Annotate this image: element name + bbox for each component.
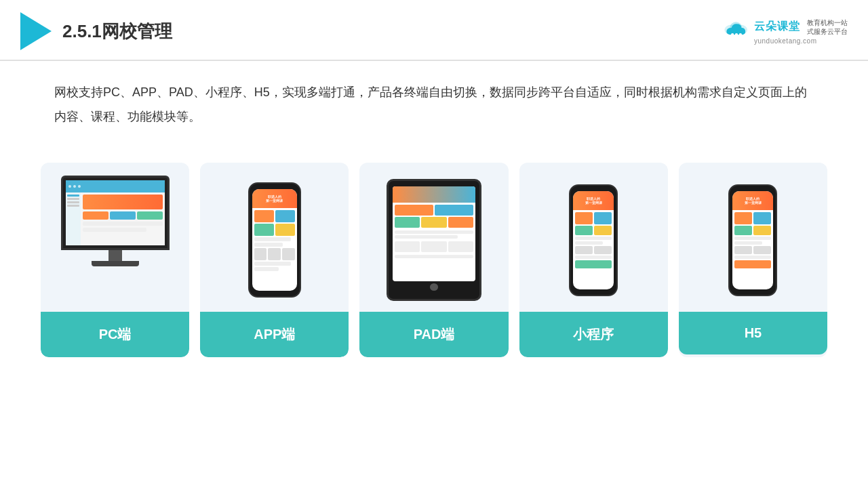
header-right: 云朵课堂 教育机构一站 式服务云平台 yunduoketang.com: [722, 18, 848, 45]
card-app-image: 职选人的第一堂网课: [200, 163, 349, 312]
card-h5-image: 职选人的第一堂网课: [679, 163, 827, 312]
mini-phone-screen-h5: 职选人的第一堂网课: [732, 191, 773, 289]
mini-phone-screen-mp: 职选人的第一堂网课: [573, 191, 614, 289]
card-miniprogram-image: 职选人的第一堂网课: [519, 163, 668, 312]
tablet-mockup: [387, 179, 481, 301]
svg-point-4: [735, 33, 738, 36]
description-text: 网校支持PC、APP、PAD、小程序、H5，实现多端打通，产品各终端自由切换，数…: [0, 61, 868, 136]
phone-notch-app: [267, 184, 283, 188]
phone-mockup-app: 职选人的第一堂网课: [248, 182, 301, 298]
brand-container: 云朵课堂 教育机构一站 式服务云平台 yunduoketang.com: [722, 18, 848, 45]
card-h5-label: H5: [679, 312, 827, 354]
brand-slogan: 教育机构一站 式服务云平台: [807, 18, 848, 36]
mini-phone-notch-mp: [586, 186, 601, 189]
svg-point-5: [739, 33, 742, 36]
mini-phone-notch-h5: [745, 186, 760, 189]
card-app-label: APP端: [200, 312, 349, 357]
cloud-logo: 云朵课堂 教育机构一站 式服务云平台: [754, 18, 848, 36]
card-miniprogram: 职选人的第一堂网课: [519, 163, 668, 357]
card-miniprogram-label: 小程序: [519, 312, 668, 357]
brand-text: 云朵课堂 教育机构一站 式服务云平台 yunduoketang.com: [754, 18, 848, 45]
header: 2.5.1网校管理 云朵课堂 教育机构一站 式服务云平台: [0, 0, 868, 61]
monitor-screen: [66, 180, 165, 245]
card-pc-label: PC端: [41, 312, 189, 357]
cloud-logo-icon: [722, 18, 751, 37]
card-pad-label: PAD端: [359, 312, 508, 357]
card-pc: PC端: [41, 163, 189, 357]
page-title: 2.5.1网校管理: [62, 20, 172, 43]
brand-name: 云朵课堂: [754, 20, 800, 34]
brand-url: yunduoketang.com: [754, 37, 848, 45]
card-pc-image: [41, 163, 189, 312]
logo-triangle-icon: [20, 12, 52, 50]
pc-mockup: [58, 176, 173, 304]
card-h5: 职选人的第一堂网课: [679, 163, 827, 357]
phone-screen-app: 职选人的第一堂网课: [252, 189, 297, 291]
header-left: 2.5.1网校管理: [20, 12, 172, 50]
mini-phone-mockup-mp: 职选人的第一堂网课: [569, 184, 618, 296]
card-pad-image: [359, 163, 508, 312]
tablet-screen: [393, 186, 475, 281]
cards-container: PC端 职选人的第一堂网课: [0, 142, 868, 378]
svg-point-3: [731, 33, 734, 36]
mini-phone-mockup-h5: 职选人的第一堂网课: [728, 184, 777, 296]
card-pad: PAD端: [359, 163, 508, 357]
card-app: 职选人的第一堂网课: [200, 163, 349, 357]
monitor-body: [61, 176, 170, 250]
